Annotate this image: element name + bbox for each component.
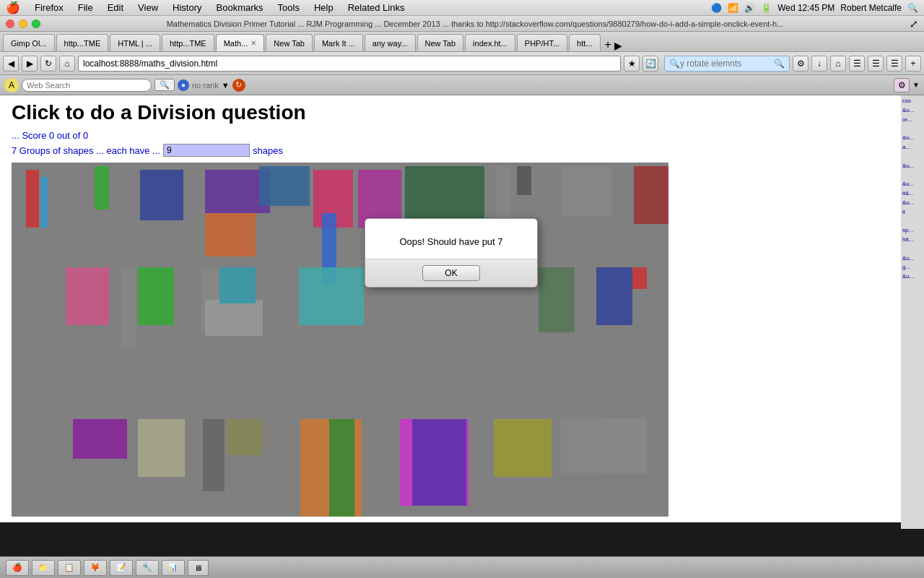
dialog-body: Oops! Should have put 7 [365, 219, 537, 259]
dialog-overlay: Oops! Should have put 7 OK [0, 0, 924, 578]
dialog-message: Oops! Should have put 7 [380, 236, 523, 247]
dialog-footer: OK [365, 259, 537, 287]
dialog-ok-button[interactable]: OK [422, 265, 480, 281]
alert-dialog: Oops! Should have put 7 OK [365, 218, 538, 288]
browser-window: 🍎 Firefox File Edit View History Bookmar… [0, 0, 924, 578]
